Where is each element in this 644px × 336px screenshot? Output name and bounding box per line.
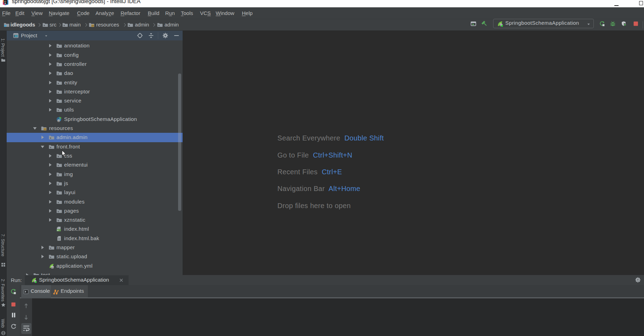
svg-text:H: H (57, 229, 59, 231)
svg-text:IJ: IJ (4, 0, 6, 3)
